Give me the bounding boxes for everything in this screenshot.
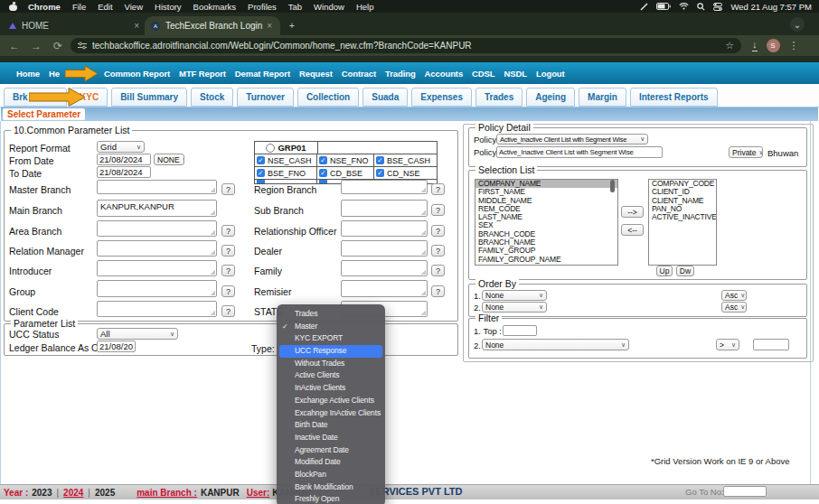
- address-bar[interactable]: techbackoffice.adroitfinancial.com/WebLo…: [71, 38, 741, 53]
- move-right-button[interactable]: -->: [621, 206, 644, 218]
- menu-item-inactive-date[interactable]: Inactive Date: [277, 432, 385, 444]
- from-date-none-select[interactable]: NONE∨: [154, 154, 184, 165]
- menubar-item-window[interactable]: Window: [314, 2, 344, 12]
- nav-mtf-report[interactable]: MTF Report: [179, 69, 226, 79]
- menu-item-master[interactable]: ✓Master: [277, 321, 385, 333]
- segment-nse-fno[interactable]: ✓NSE_FNO: [317, 154, 374, 166]
- menubar-item-file[interactable]: File: [72, 2, 86, 12]
- wifi-icon[interactable]: [679, 3, 689, 10]
- move-up-button[interactable]: Up: [656, 266, 673, 276]
- family-help-button[interactable]: ?: [431, 265, 445, 276]
- url-text[interactable]: techbackoffice.adroitfinancial.com/WebLo…: [92, 41, 720, 51]
- menu-item-blockpan[interactable]: BlockPan: [277, 469, 385, 481]
- menu-item-birth-date[interactable]: Birth Date: [277, 419, 385, 432]
- main-branch-input[interactable]: KANPUR,KANPUR: [97, 200, 217, 217]
- close-tab-icon[interactable]: ×: [132, 21, 141, 31]
- footer-year-2023[interactable]: 2023: [32, 488, 52, 498]
- order-by-2-select[interactable]: None∨: [482, 302, 547, 313]
- relationship-officer-help-button[interactable]: ?: [431, 225, 445, 237]
- from-date-input[interactable]: [97, 154, 151, 165]
- selected-columns-listbox[interactable]: COMPANY_CODE CLIENT_ID CLIENT_NAME PAN_N…: [648, 179, 717, 266]
- profile-avatar[interactable]: S: [767, 39, 780, 52]
- bookmark-star-icon[interactable]: ☆: [725, 40, 734, 51]
- subtab-trades[interactable]: Trades: [475, 88, 522, 107]
- nav-he[interactable]: He: [49, 69, 60, 79]
- client-code-help-button[interactable]: ?: [221, 305, 235, 317]
- order-by-1-select[interactable]: None∨: [482, 290, 547, 301]
- filter-value-input[interactable]: [753, 339, 789, 350]
- policy-select[interactable]: Active_Inactive Client List with Segment…: [496, 134, 648, 145]
- apple-menu-icon[interactable]: [9, 3, 17, 11]
- segment-cd-bse[interactable]: ✓CD_BSE: [317, 167, 374, 179]
- subtab-expenses[interactable]: Expenses: [411, 88, 472, 107]
- menu-item-active-clients[interactable]: Active Clients: [277, 369, 385, 382]
- list-item[interactable]: LAST_NAME: [475, 213, 617, 221]
- relation-manager-input[interactable]: [97, 240, 217, 257]
- search-icon[interactable]: [697, 3, 705, 11]
- segment-nse-cash[interactable]: ✓NSE_CASH: [255, 154, 317, 166]
- family-input[interactable]: [341, 260, 428, 276]
- checkbox-checked-icon[interactable]: ✓: [319, 156, 327, 164]
- nav-demat-report[interactable]: Demat Report: [235, 69, 290, 79]
- forward-icon[interactable]: →: [25, 40, 47, 52]
- policy-name-input[interactable]: [496, 146, 663, 158]
- menu-item-without-trades[interactable]: Without Trades: [277, 358, 385, 370]
- dealer-help-button[interactable]: ?: [431, 245, 445, 257]
- group-help-button[interactable]: ?: [221, 285, 235, 297]
- menubar-item-profiles[interactable]: Profiles: [248, 2, 277, 12]
- group-input[interactable]: [97, 280, 217, 297]
- introducer-help-button[interactable]: ?: [221, 265, 235, 276]
- sub-branch-help-button[interactable]: ?: [431, 204, 445, 216]
- relationship-officer-input[interactable]: [341, 220, 428, 237]
- nav-request[interactable]: Request: [299, 69, 333, 79]
- nav-home[interactable]: Home: [16, 69, 40, 79]
- area-branch-help-button[interactable]: ?: [221, 225, 235, 237]
- browser-tab-home[interactable]: HOME ×: [9, 16, 141, 35]
- remisier-help-button[interactable]: ?: [431, 285, 445, 297]
- footer-user-label[interactable]: User:: [247, 488, 270, 498]
- move-down-button[interactable]: Dw: [676, 266, 694, 276]
- menubar-item-edit[interactable]: Edit: [98, 2, 112, 12]
- filter-column-select[interactable]: None∨: [482, 339, 629, 350]
- segment-bse-fno[interactable]: ✓BSE_FNO: [255, 167, 317, 179]
- dealer-input[interactable]: [341, 240, 428, 257]
- back-icon[interactable]: ←: [4, 40, 25, 52]
- policy-visibility-select[interactable]: Private∨: [729, 146, 763, 158]
- footer-year-2024[interactable]: 2024: [63, 488, 83, 498]
- move-left-button[interactable]: <--: [621, 224, 644, 236]
- available-columns-listbox[interactable]: COMPANY_NAME FIRST_NAME MIDDLE_NAME REM_…: [475, 179, 618, 266]
- master-branch-help-button[interactable]: ?: [221, 183, 235, 195]
- segment-cd-nse[interactable]: ✓CD_NSE: [374, 167, 437, 179]
- subtab-stock[interactable]: Stock: [191, 88, 233, 107]
- order-by-1-direction-select[interactable]: Asc∨: [721, 290, 747, 301]
- menu-item-freshly-open[interactable]: Freshly Open: [277, 493, 385, 504]
- nav-logout[interactable]: Logout: [536, 69, 565, 79]
- menu-item-kyc-export[interactable]: KYC EXPORT: [277, 332, 385, 345]
- subtab-turnover[interactable]: Turnover: [237, 88, 294, 107]
- region-branch-help-button[interactable]: ?: [431, 183, 445, 195]
- list-item[interactable]: FAMILY_GROUP_NAME: [475, 256, 617, 264]
- reload-icon[interactable]: ⟳: [47, 40, 69, 52]
- to-date-input[interactable]: [97, 166, 151, 178]
- menubar-clock[interactable]: Wed 21 Aug 7:57 PM: [730, 2, 812, 12]
- download-icon[interactable]: ↓: [752, 40, 758, 51]
- ledger-balance-input[interactable]: [97, 341, 136, 352]
- ucc-status-select[interactable]: All∨: [97, 328, 178, 340]
- browser-menu-dots-icon[interactable]: ⋮: [789, 40, 799, 51]
- nav-accounts[interactable]: Accounts: [425, 69, 463, 79]
- subtab-interest-reports[interactable]: Interest Reports: [630, 88, 718, 107]
- tune-icon[interactable]: [78, 42, 87, 50]
- menubar-item-help[interactable]: Help: [356, 2, 374, 12]
- segment-group-cell[interactable]: GRP01: [255, 142, 318, 154]
- subtab-suada[interactable]: Suada: [362, 88, 408, 107]
- list-item[interactable]: ACTIVE_INACTIVE: [649, 213, 716, 221]
- checkbox-checked-icon[interactable]: ✓: [257, 169, 265, 177]
- menubar-item-bookmarks[interactable]: Bookmarks: [193, 2, 237, 12]
- checkbox-checked-icon[interactable]: ✓: [376, 169, 384, 177]
- introducer-input[interactable]: [97, 260, 217, 276]
- footer-branch-label[interactable]: main Branch :: [136, 488, 197, 498]
- browser-tab-techexcel[interactable]: A TechExcel Branch Login ×: [145, 16, 280, 35]
- nav-contract[interactable]: Contract: [342, 69, 376, 79]
- nav-trading[interactable]: Trading: [385, 69, 416, 79]
- filter-top-input[interactable]: [503, 325, 537, 336]
